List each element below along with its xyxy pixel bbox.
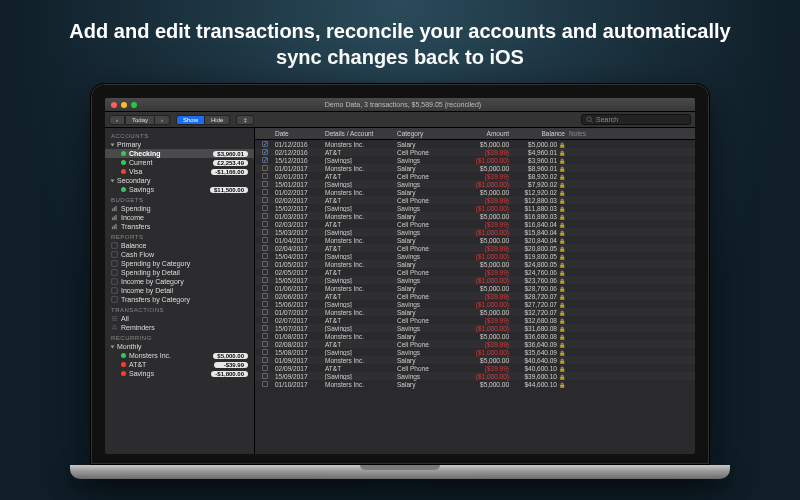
table-row[interactable]: 01/03/2017Monsters Inc.Salary$5,000.00$1… — [255, 212, 695, 220]
close-icon[interactable] — [111, 102, 117, 108]
reconcile-checkbox[interactable] — [259, 357, 271, 363]
today-button[interactable]: Today — [125, 115, 155, 125]
table-row[interactable]: 02/09/2017AT&TCell Phone($39.99)$40,600.… — [255, 364, 695, 372]
table-row[interactable]: 15/04/2017[Savings]Savings($1,000.00)$19… — [255, 252, 695, 260]
table-row[interactable]: 02/08/2017AT&TCell Phone($39.99)$36,640.… — [255, 340, 695, 348]
reconcile-checkbox[interactable] — [259, 229, 271, 235]
reconcile-checkbox[interactable] — [259, 245, 271, 251]
col-reconciled[interactable] — [259, 130, 271, 137]
sidebar-item-recurring-monsters[interactable]: Monsters Inc.$5,000.00 — [105, 351, 254, 360]
table-row[interactable]: 01/02/2017Monsters Inc.Salary$5,000.00$1… — [255, 188, 695, 196]
reconcile-checkbox[interactable] — [259, 221, 271, 227]
table-row[interactable]: 02/06/2017AT&TCell Phone($39.99)$28,720.… — [255, 292, 695, 300]
reconcile-checkbox[interactable] — [259, 365, 271, 371]
disclosure-icon[interactable] — [111, 345, 115, 348]
reconcile-checkbox[interactable] — [259, 157, 271, 163]
table-row[interactable]: 15/06/2017[Savings]Savings($1,000.00)$27… — [255, 300, 695, 308]
sidebar-item-sbd[interactable]: Spending by Detail — [105, 268, 254, 277]
disclosure-icon[interactable] — [111, 143, 115, 146]
sidebar-item-savings[interactable]: Savings$11,500.00 — [105, 185, 254, 194]
zoom-icon[interactable] — [131, 102, 137, 108]
table-row[interactable]: 15/05/2017[Savings]Savings($1,000.00)$23… — [255, 276, 695, 284]
table-row[interactable]: 15/01/2017[Savings]Savings($1,000.00)$7,… — [255, 180, 695, 188]
next-button[interactable]: › — [155, 115, 170, 125]
table-row[interactable]: 02/12/2016AT&TCell Phone($39.99)$4,960.0… — [255, 148, 695, 156]
search-input[interactable]: Search — [581, 114, 691, 125]
table-row[interactable]: 15/08/2017[Savings]Savings($1,000.00)$35… — [255, 348, 695, 356]
col-amount[interactable]: Amount — [459, 130, 509, 137]
sidebar-item-sbc[interactable]: Spending by Category — [105, 259, 254, 268]
col-notes[interactable]: Notes — [569, 130, 691, 137]
sidebar-item-cashflow[interactable]: Cash Flow — [105, 250, 254, 259]
disclosure-icon[interactable] — [111, 179, 115, 182]
table-row[interactable]: 02/02/2017AT&TCell Phone($39.99)$12,880.… — [255, 196, 695, 204]
minimize-icon[interactable] — [121, 102, 127, 108]
reconcile-checkbox[interactable] — [259, 341, 271, 347]
sidebar-item-primary[interactable]: Primary — [105, 140, 254, 149]
reconcile-checkbox[interactable] — [259, 165, 271, 171]
table-row[interactable]: 15/09/2017[Savings]Savings($1,000.00)$39… — [255, 372, 695, 380]
sidebar-item-reminders[interactable]: Reminders — [105, 323, 254, 332]
reconcile-checkbox[interactable] — [259, 269, 271, 275]
table-row[interactable]: 02/03/2017AT&TCell Phone($39.99)$16,840.… — [255, 220, 695, 228]
table-row[interactable]: 15/12/2016[Savings]Savings($1,000.00)$3,… — [255, 156, 695, 164]
prev-button[interactable]: ‹ — [109, 115, 125, 125]
table-row[interactable]: 01/07/2017Monsters Inc.Salary$5,000.00$3… — [255, 308, 695, 316]
reconcile-checkbox[interactable] — [259, 261, 271, 267]
table-row[interactable]: 01/10/2017Monsters Inc.Salary$5,000.00$4… — [255, 380, 695, 388]
sidebar-item-balance-report[interactable]: Balance — [105, 241, 254, 250]
sidebar-item-ibd[interactable]: Income by Detail — [105, 286, 254, 295]
hide-button[interactable]: Hide — [205, 115, 230, 125]
col-details[interactable]: Details / Account — [325, 130, 393, 137]
table-row[interactable]: 01/04/2017Monsters Inc.Salary$5,000.00$2… — [255, 236, 695, 244]
reconcile-checkbox[interactable] — [259, 325, 271, 331]
table-row[interactable]: 02/05/2017AT&TCell Phone($39.99)$24,760.… — [255, 268, 695, 276]
reconcile-checkbox[interactable] — [259, 373, 271, 379]
reconcile-checkbox[interactable] — [259, 317, 271, 323]
sidebar-item-monthly[interactable]: Monthly — [105, 342, 254, 351]
reconcile-checkbox[interactable] — [259, 197, 271, 203]
col-balance[interactable]: Balance — [513, 130, 565, 137]
reconcile-checkbox[interactable] — [259, 189, 271, 195]
sidebar-item-income[interactable]: Income — [105, 213, 254, 222]
sidebar-item-all[interactable]: All — [105, 314, 254, 323]
sidebar-item-ibc[interactable]: Income by Category — [105, 277, 254, 286]
table-row[interactable]: 02/07/2017AT&TCell Phone($39.99)$32,680.… — [255, 316, 695, 324]
table-row[interactable]: 01/01/2017Monsters Inc.Salary$5,000.00$8… — [255, 164, 695, 172]
reconcile-checkbox[interactable] — [259, 141, 271, 147]
table-row[interactable]: 02/01/2017AT&TCell Phone($39.99)$8,920.0… — [255, 172, 695, 180]
sidebar-item-recurring-savings[interactable]: Savings-$1,800.00 — [105, 369, 254, 378]
table-row[interactable]: 15/02/2017[Savings]Savings($1,000.00)$11… — [255, 204, 695, 212]
reconcile-checkbox[interactable] — [259, 293, 271, 299]
reconcile-checkbox[interactable] — [259, 253, 271, 259]
reconcile-checkbox[interactable] — [259, 213, 271, 219]
reconcile-checkbox[interactable] — [259, 285, 271, 291]
sidebar-item-checking[interactable]: Checking$3,960.01 — [105, 149, 254, 158]
filter-button[interactable]: ‡ — [236, 115, 253, 125]
table-row[interactable]: 01/05/2017Monsters Inc.Salary$5,000.00$2… — [255, 260, 695, 268]
reconcile-checkbox[interactable] — [259, 381, 271, 387]
reconcile-checkbox[interactable] — [259, 309, 271, 315]
sidebar-item-transfers[interactable]: Transfers — [105, 222, 254, 231]
reconcile-checkbox[interactable] — [259, 301, 271, 307]
sidebar-item-spending[interactable]: Spending — [105, 204, 254, 213]
table-row[interactable]: 15/07/2017[Savings]Savings($1,000.00)$31… — [255, 324, 695, 332]
reconcile-checkbox[interactable] — [259, 205, 271, 211]
table-row[interactable]: 01/06/2017Monsters Inc.Salary$5,000.00$2… — [255, 284, 695, 292]
sidebar-item-tbc[interactable]: Transfers by Category — [105, 295, 254, 304]
reconcile-checkbox[interactable] — [259, 181, 271, 187]
reconcile-checkbox[interactable] — [259, 349, 271, 355]
sidebar-item-current[interactable]: Current£2,253.49 — [105, 158, 254, 167]
table-row[interactable]: 02/04/2017AT&TCell Phone($39.99)$20,800.… — [255, 244, 695, 252]
col-date[interactable]: Date — [275, 130, 321, 137]
show-button[interactable]: Show — [176, 115, 205, 125]
reconcile-checkbox[interactable] — [259, 333, 271, 339]
sidebar-item-recurring-att[interactable]: AT&T-$39.99 — [105, 360, 254, 369]
reconcile-checkbox[interactable] — [259, 237, 271, 243]
table-row[interactable]: 01/09/2017Monsters Inc.Salary$5,000.00$4… — [255, 356, 695, 364]
table-row[interactable]: 01/12/2016Monsters Inc.Salary$5,000.00$5… — [255, 140, 695, 148]
sidebar-item-secondary[interactable]: Secondary — [105, 176, 254, 185]
col-category[interactable]: Category — [397, 130, 455, 137]
table-row[interactable]: 15/03/2017[Savings]Savings($1,000.00)$15… — [255, 228, 695, 236]
reconcile-checkbox[interactable] — [259, 277, 271, 283]
